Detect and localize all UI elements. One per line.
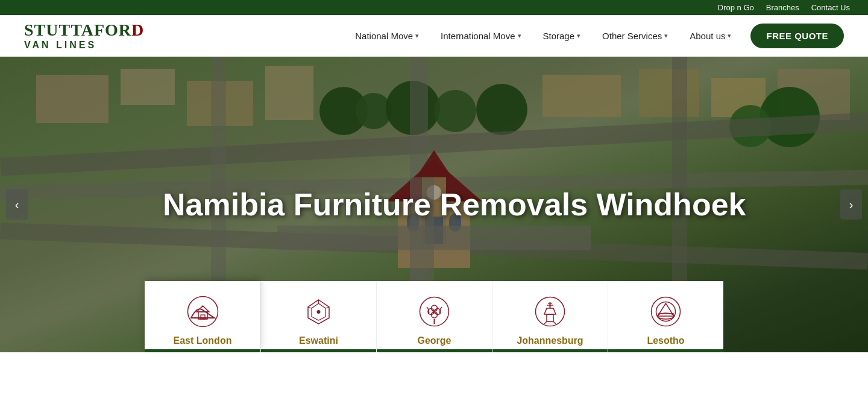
carousel-prev-button[interactable]: ‹ (6, 189, 28, 220)
card-lesotho[interactable]: Lesotho (608, 281, 723, 352)
main-nav: National Move ▾ International Move ▾ Sto… (347, 24, 844, 48)
storage-chevron-icon: ▾ (577, 32, 580, 40)
svg-point-14 (317, 310, 321, 314)
svg-line-32 (553, 322, 556, 324)
hero-title: Namibia Furniture Removals Windhoek (163, 186, 705, 223)
svg-rect-11 (201, 315, 205, 319)
card-johannesburg[interactable]: Johannesburg (492, 281, 608, 352)
lesotho-bar (608, 349, 723, 352)
svg-rect-26 (547, 314, 553, 322)
location-cards-strip: East London Eswatini (0, 281, 868, 352)
johannesburg-bar (492, 349, 608, 352)
branches-link[interactable]: Branches (766, 3, 799, 12)
about-us-chevron-icon: ▾ (728, 32, 731, 40)
card-eswatini[interactable]: Eswatini (260, 281, 376, 352)
logo-line1: StuttaforD (24, 21, 144, 40)
svg-line-17 (326, 307, 329, 308)
logo[interactable]: StuttaforD Van Lines (24, 21, 144, 50)
carousel-next-button[interactable]: › (840, 189, 862, 220)
east-london-bar (145, 349, 260, 352)
nav-national-move[interactable]: National Move ▾ (347, 26, 427, 46)
other-services-chevron-icon: ▾ (664, 32, 668, 40)
card-east-london[interactable]: East London (145, 281, 260, 352)
free-quote-button[interactable]: FREE QUOTE (750, 24, 844, 48)
nav-storage[interactable]: Storage ▾ (535, 26, 590, 46)
international-move-chevron-icon: ▾ (518, 32, 521, 40)
contact-us-link[interactable]: Contact Us (811, 3, 850, 12)
svg-point-24 (432, 309, 437, 314)
svg-marker-27 (544, 308, 556, 314)
george-bar (377, 349, 492, 352)
svg-line-16 (308, 307, 312, 308)
logo-line2: Van Lines (24, 40, 144, 51)
svg-point-33 (652, 297, 681, 326)
card-george[interactable]: George (376, 281, 492, 352)
national-move-chevron-icon: ▾ (415, 32, 419, 40)
header: StuttaforD Van Lines National Move ▾ Int… (0, 15, 868, 57)
drop-n-go-link[interactable]: Drop n Go (718, 3, 754, 12)
george-icon (417, 293, 453, 329)
eswatini-bar (261, 349, 376, 352)
nav-other-services[interactable]: Other Services ▾ (594, 26, 676, 46)
top-bar: Drop n Go Branches Contact Us (0, 0, 868, 15)
svg-line-31 (544, 322, 547, 324)
hero-section: Namibia Furniture Removals Windhoek ‹ › … (0, 57, 868, 352)
johannesburg-icon (532, 293, 568, 329)
nav-international-move[interactable]: International Move ▾ (432, 26, 529, 46)
nav-about-us[interactable]: About us ▾ (681, 26, 740, 46)
lesotho-icon (648, 293, 684, 329)
east-london-icon (184, 293, 221, 329)
eswatini-icon (301, 293, 337, 329)
